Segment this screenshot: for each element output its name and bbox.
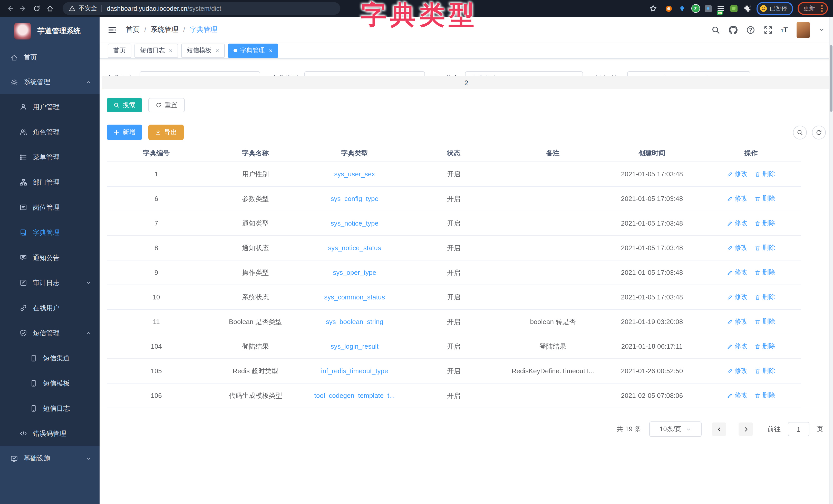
window-scrollbar[interactable] <box>829 17 833 504</box>
browser-menu-kebab-icon[interactable] <box>820 5 824 12</box>
extensions-puzzle-icon[interactable] <box>743 4 752 13</box>
tab-2[interactable]: 短信模板× <box>181 43 225 58</box>
sidebar-item-error-code-management[interactable]: 错误码管理 <box>0 421 100 446</box>
page-jump-input[interactable] <box>788 422 809 436</box>
cell-dict-type-link[interactable]: sys_oper_type <box>305 269 404 276</box>
delete-link[interactable]: 删除 <box>755 268 775 277</box>
github-icon[interactable] <box>729 25 737 34</box>
edit-link[interactable]: 修改 <box>727 219 747 228</box>
edit-link[interactable]: 修改 <box>727 194 747 203</box>
tab-close-icon[interactable]: × <box>269 47 272 54</box>
extension-blue-gem-icon[interactable] <box>678 4 687 13</box>
cell-dict-type-link[interactable]: tool_codegen_template_t... <box>305 392 404 399</box>
sidebar-item-home[interactable]: 首页 <box>0 45 100 70</box>
cell-dict-type-link[interactable]: sys_notice_status <box>305 244 404 252</box>
browser-forward-icon[interactable] <box>17 2 30 15</box>
cell-status: 开启 <box>404 293 503 302</box>
edit-link[interactable]: 修改 <box>727 268 747 277</box>
sidebar-item-menu-management[interactable]: 菜单管理 <box>0 145 100 170</box>
next-page-button[interactable] <box>739 423 753 436</box>
browser-update-button[interactable]: 更新 <box>801 4 817 13</box>
cell-dict-type-link[interactable]: inf_redis_timeout_type <box>305 367 404 375</box>
browser-back-icon[interactable] <box>3 2 17 15</box>
cell-dict-type-link[interactable]: sys_boolean_string <box>305 318 404 326</box>
font-size-icon[interactable]: тT <box>781 26 788 34</box>
sidebar-item-dict-management[interactable]: 字典管理 <box>0 220 100 245</box>
delete-link[interactable]: 删除 <box>755 342 775 351</box>
edit-link[interactable]: 修改 <box>727 318 747 326</box>
cell-dict-type-link[interactable]: sys_common_status <box>305 293 404 301</box>
delete-link[interactable]: 删除 <box>755 194 775 203</box>
toggle-search-button[interactable] <box>793 125 807 139</box>
search-button[interactable]: 搜索 <box>107 98 142 112</box>
browser-home-icon[interactable] <box>43 2 56 15</box>
delete-link[interactable]: 删除 <box>755 219 775 228</box>
bookmark-star-icon[interactable] <box>646 2 660 15</box>
extension-list-on-icon[interactable]: on <box>716 4 725 13</box>
delete-link[interactable]: 删除 <box>755 293 775 301</box>
help-icon[interactable] <box>746 25 755 34</box>
sidebar-item-post-management[interactable]: 岗位管理 <box>0 195 100 220</box>
header-search-icon[interactable] <box>711 25 720 34</box>
refresh-table-button[interactable] <box>812 125 826 139</box>
sidebar-item-sms-management[interactable]: 短信管理 <box>0 321 100 346</box>
cell-create-time: 2021-01-05 17:03:48 <box>602 195 701 203</box>
cell-dict-type-link[interactable]: sys_user_sex <box>305 170 404 178</box>
reset-button[interactable]: 重置 <box>148 98 185 112</box>
browser-reload-icon[interactable] <box>30 2 43 15</box>
add-button[interactable]: 新增 <box>107 125 142 140</box>
tab-0[interactable]: 首页 <box>108 43 132 58</box>
tab-active-3[interactable]: 字典管理× <box>228 43 278 58</box>
user-menu-caret-icon[interactable] <box>818 27 825 33</box>
edit-link[interactable]: 修改 <box>727 342 747 351</box>
app-logo-row[interactable]: 芋道管理系统 <box>0 17 100 45</box>
user-avatar[interactable] <box>796 22 810 38</box>
page-button-2[interactable]: 2 <box>102 76 831 89</box>
sidebar-item-sms-log[interactable]: 短信日志 <box>0 396 100 421</box>
delete-link[interactable]: 删除 <box>755 367 775 375</box>
sidebar-item-system-management[interactable]: 系统管理 <box>0 70 100 94</box>
sidebar-item-role-management[interactable]: 角色管理 <box>0 120 100 145</box>
delete-link[interactable]: 删除 <box>755 318 775 326</box>
sidebar-item-sms-template[interactable]: 短信模板 <box>0 371 100 396</box>
export-button[interactable]: 导出 <box>148 125 184 140</box>
delete-link[interactable]: 删除 <box>755 170 775 178</box>
extension-green-leaf-icon[interactable] <box>730 4 738 13</box>
scrollbar-thumb[interactable] <box>830 45 832 112</box>
sidebar-item-infrastructure[interactable]: 基础设施 <box>0 446 100 471</box>
sidebar-item-user-management[interactable]: 用户管理 <box>0 94 100 120</box>
url-path: /system/dict <box>187 5 221 12</box>
edit-link[interactable]: 修改 <box>727 391 747 400</box>
breadcrumb-system[interactable]: 系统管理 <box>151 25 178 34</box>
extension-green-z-icon[interactable]: z <box>691 4 700 13</box>
tab-close-icon[interactable]: × <box>169 47 172 54</box>
delete-link[interactable]: 删除 <box>755 244 775 252</box>
delete-link[interactable]: 删除 <box>755 391 775 400</box>
extension-gray-diamond-icon[interactable] <box>705 5 712 12</box>
sidebar-collapse-icon[interactable] <box>108 25 117 34</box>
tab-1[interactable]: 短信日志× <box>135 43 178 58</box>
page-url[interactable]: dashboard.yudao.iocoder.cn/system/dict <box>107 5 221 12</box>
cell-dict-type-link[interactable]: sys_config_type <box>305 195 404 203</box>
fullscreen-icon[interactable] <box>763 25 772 34</box>
profile-paused-badge[interactable]: 已暂停 <box>756 2 793 15</box>
sidebar-item-notice-announcement[interactable]: 通知公告 <box>0 245 100 270</box>
edit-link[interactable]: 修改 <box>727 170 747 178</box>
edit-link[interactable]: 修改 <box>727 367 747 375</box>
sidebar-item-label: 用户管理 <box>33 102 60 111</box>
sidebar-item-sms-channel[interactable]: 短信渠道 <box>0 346 100 371</box>
prev-page-button[interactable] <box>712 423 726 436</box>
sidebar-item-audit-log[interactable]: 审计日志 <box>0 270 100 295</box>
edit-link[interactable]: 修改 <box>727 293 747 301</box>
extension-orange-ring-icon[interactable] <box>664 4 673 13</box>
sidebar-item-online-users[interactable]: 在线用户 <box>0 295 100 321</box>
breadcrumb-home[interactable]: 首页 <box>126 25 140 34</box>
page-size-select[interactable]: 10条/页 <box>649 422 701 437</box>
sidebar-item-dept-management[interactable]: 部门管理 <box>0 170 100 195</box>
cell-dict-type-link[interactable]: sys_login_result <box>305 343 404 350</box>
tab-close-icon[interactable]: × <box>216 47 219 54</box>
browser-address-bar[interactable]: 不安全 dashboard.yudao.iocoder.cn/system/di… <box>63 2 340 15</box>
cell-dict-type-link[interactable]: sys_notice_type <box>305 220 404 227</box>
edit-link[interactable]: 修改 <box>727 244 747 252</box>
site-security-label[interactable]: 不安全 <box>78 4 97 13</box>
